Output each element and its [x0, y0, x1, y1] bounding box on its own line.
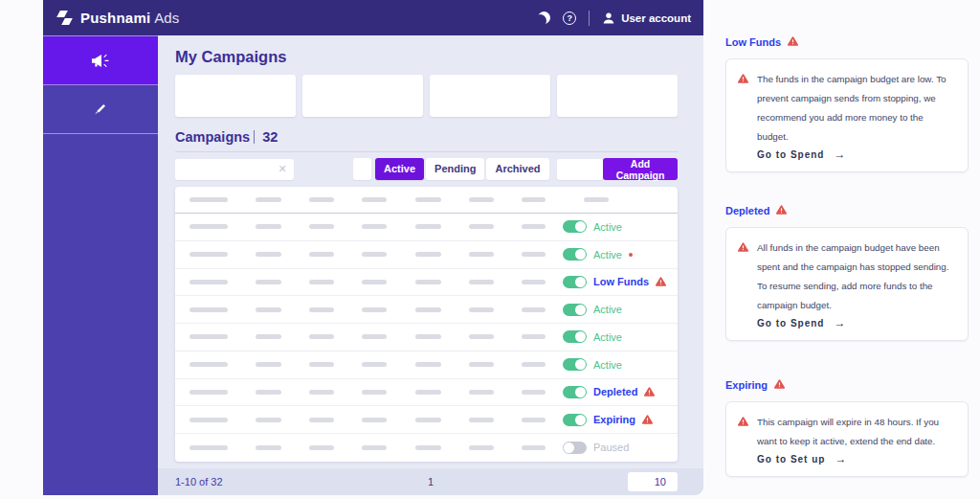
skeleton-pill — [256, 334, 281, 339]
cta-label: Go to Spend — [757, 318, 824, 329]
cta-label: Go to Spend — [757, 149, 824, 160]
skeleton-cells — [189, 307, 546, 312]
skeleton-pill — [469, 445, 494, 450]
warning-icon-slot — [644, 383, 655, 400]
summary-card — [302, 75, 423, 117]
skeleton-pill — [469, 418, 494, 422]
skeleton-pill — [415, 280, 441, 284]
sidebar-item-editor[interactable] — [43, 85, 158, 134]
go-to-spend-link[interactable]: Go to Spend → — [757, 316, 956, 329]
status-toggle[interactable] — [563, 304, 587, 316]
skeleton-pill — [256, 362, 281, 367]
toolbar-square-button[interactable] — [353, 158, 371, 180]
skeleton-pill — [469, 252, 494, 257]
user-icon — [602, 11, 615, 25]
notification-low-funds: Low Funds The funds in the campaign budg… — [725, 36, 969, 172]
go-to-setup-link[interactable]: Go to Set up → — [757, 452, 956, 465]
table-row[interactable]: Low Funds — [175, 269, 678, 297]
skeleton-pill — [256, 307, 281, 312]
skeleton-pill — [309, 280, 334, 284]
skeleton-pill — [362, 334, 387, 339]
warning-icon-slot — [738, 413, 748, 465]
skeleton-pill — [309, 362, 334, 367]
status-toggle[interactable] — [563, 276, 587, 288]
header-divider — [589, 11, 590, 26]
skeleton-pill — [415, 224, 441, 229]
campaigns-table: Active Active Low Funds Active — [175, 187, 678, 462]
summary-card — [557, 75, 678, 117]
skeleton-cells — [189, 224, 546, 229]
table-row[interactable]: Expiring — [175, 406, 678, 434]
table-body: Active Active Low Funds Active — [175, 214, 678, 462]
skeleton-pill — [256, 252, 281, 257]
status-toggle[interactable] — [563, 442, 587, 454]
skeleton-pill — [309, 197, 334, 202]
table-row[interactable]: Active — [175, 296, 678, 324]
status-toggle[interactable] — [563, 358, 587, 371]
cta-label: Go to Set up — [757, 454, 825, 465]
notification-depleted: Depleted All funds in the campaign budge… — [725, 205, 969, 341]
skeleton-pill — [309, 334, 334, 339]
table-row[interactable]: Active — [175, 241, 678, 269]
status-label: Depleted — [593, 386, 637, 397]
dark-mode-moon-icon[interactable] — [538, 11, 550, 24]
skeleton-pill — [309, 252, 334, 257]
campaigns-label: Campaigns — [175, 129, 250, 145]
skeleton-pill — [362, 307, 387, 312]
skeleton-pill — [189, 445, 228, 450]
status-toggle[interactable] — [563, 248, 587, 261]
go-to-spend-link[interactable]: Go to Spend → — [757, 147, 956, 161]
table-row[interactable]: Active — [175, 352, 678, 379]
status-toggle[interactable] — [563, 330, 587, 343]
skeleton-pill — [256, 418, 281, 422]
skeleton-pill — [522, 418, 546, 422]
skeleton-pill — [522, 334, 546, 339]
clear-search-icon[interactable]: ✕ — [278, 163, 287, 175]
status-toggle[interactable] — [563, 220, 587, 233]
skeleton-pill — [256, 280, 281, 284]
search-input[interactable] — [175, 159, 294, 180]
warning-icon — [738, 74, 748, 83]
notification-body: This campaign will expire in 48 hours. I… — [757, 413, 956, 451]
skeleton-pill — [189, 224, 228, 229]
pagination-page-button[interactable]: 1 — [158, 476, 703, 488]
skeleton-pill — [362, 252, 387, 257]
skeleton-pill — [309, 445, 334, 450]
help-icon[interactable]: ? — [563, 11, 576, 25]
status-toggle[interactable] — [563, 386, 587, 398]
table-row[interactable]: Active — [175, 214, 678, 241]
top-navbar: Pushnami Ads ? User account — [43, 0, 703, 35]
notification-expiring: Expiring This campaign will expire in 48… — [725, 379, 969, 477]
skeleton-pill — [415, 197, 441, 202]
page-size-select[interactable]: 10 — [628, 472, 678, 491]
skeleton-pill — [362, 418, 387, 422]
skeleton-pill — [362, 390, 387, 395]
tab-archived[interactable]: Archived — [486, 158, 548, 180]
toolbar-select[interactable] — [557, 159, 604, 180]
skeleton-pill — [522, 445, 546, 450]
skeleton-pill — [309, 307, 334, 312]
status-label: Paused — [593, 442, 629, 453]
megaphone-icon — [91, 53, 110, 69]
skeleton-pill — [189, 252, 228, 257]
status-label: Expiring — [593, 414, 635, 425]
status-label: Active — [593, 249, 622, 261]
skeleton-header-cells — [189, 197, 546, 202]
table-row[interactable]: Depleted — [175, 379, 678, 407]
tab-pending[interactable]: Pending — [426, 158, 484, 180]
table-row[interactable]: Active — [175, 324, 678, 352]
skeleton-pill — [189, 280, 228, 284]
sidebar-item-campaigns[interactable] — [43, 36, 158, 85]
skeleton-pill — [189, 307, 228, 312]
user-account-menu[interactable]: User account — [602, 11, 691, 25]
tab-active[interactable]: Active — [375, 158, 424, 180]
skeleton-pill — [256, 197, 281, 202]
skeleton-pill — [189, 197, 228, 202]
skeleton-pill — [415, 334, 441, 339]
status-toggle[interactable] — [563, 414, 587, 426]
table-row[interactable]: Paused — [175, 434, 678, 462]
section-divider — [254, 130, 255, 144]
add-campaign-button[interactable]: Add Campaign — [603, 158, 678, 180]
status-label: Active — [593, 331, 622, 343]
brand-name: Pushnami — [80, 10, 150, 26]
